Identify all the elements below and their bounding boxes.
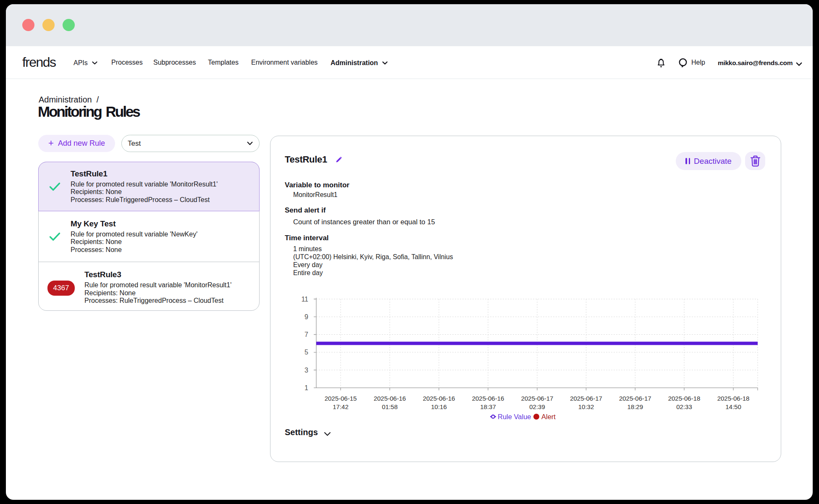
svg-text:01:58: 01:58 — [382, 403, 398, 410]
svg-text:2025-06-16: 2025-06-16 — [374, 395, 406, 402]
svg-text:17:42: 17:42 — [333, 403, 349, 410]
svg-text:2025-06-15: 2025-06-15 — [325, 395, 357, 402]
svg-text:9: 9 — [304, 313, 308, 320]
svg-text:7: 7 — [304, 331, 308, 338]
svg-text:02:39: 02:39 — [529, 403, 545, 410]
svg-text:18:37: 18:37 — [480, 403, 496, 410]
svg-text:5: 5 — [304, 349, 308, 356]
svg-text:1: 1 — [304, 384, 308, 391]
svg-text:2025-06-17: 2025-06-17 — [521, 395, 554, 402]
svg-text:2025-06-16: 2025-06-16 — [472, 395, 504, 402]
svg-text:Rule Value: Rule Value — [498, 413, 531, 420]
svg-text:2025-06-18: 2025-06-18 — [668, 395, 701, 402]
svg-text:18:29: 18:29 — [627, 403, 643, 410]
svg-text:2025-06-17: 2025-06-17 — [619, 395, 651, 402]
svg-text:14:50: 14:50 — [725, 403, 741, 410]
svg-text:Alert: Alert — [541, 413, 556, 420]
svg-text:10:32: 10:32 — [578, 403, 594, 410]
svg-text:2025-06-18: 2025-06-18 — [717, 395, 750, 402]
svg-text:10:16: 10:16 — [431, 403, 447, 410]
svg-text:02:33: 02:33 — [676, 403, 692, 410]
svg-text:11: 11 — [301, 296, 308, 303]
svg-text:2025-06-16: 2025-06-16 — [423, 395, 455, 402]
svg-text:2025-06-17: 2025-06-17 — [570, 395, 602, 402]
svg-text:3: 3 — [304, 367, 308, 374]
